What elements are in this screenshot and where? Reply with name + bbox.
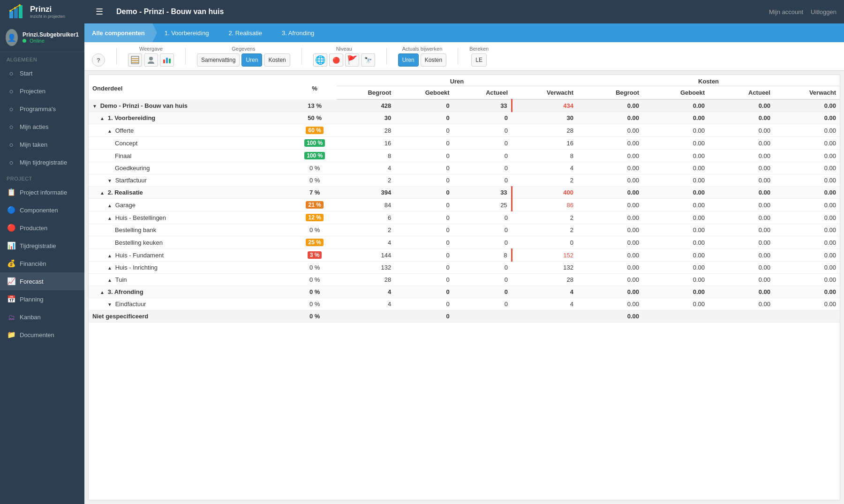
table-container: Onderdeel % Uren Kosten Begroot Geboekt … [88,75,840,500]
sidebar-item-financien[interactable]: 💰 Financiën [0,255,84,272]
toggle-icon[interactable]: ▲ [107,128,113,134]
toggle-icon[interactable]: ▲ [107,216,113,221]
gegevens-label: Gegevens [232,46,255,52]
sidebar-item-tijdregistratie[interactable]: 📊 Tijdregistratie [0,237,84,255]
svg-rect-13 [169,59,171,63]
user-status: Online [23,38,79,44]
toggle-icon[interactable]: ▼ [107,302,113,307]
cell-pct: 0 % [293,310,336,323]
weergave-icon-2[interactable] [144,53,158,67]
cell-uren-actueel: 0 [453,262,512,274]
toggle-icon[interactable]: ▲ [100,116,106,121]
cell-kosten-begroot: 0.00 [577,162,643,174]
cell-kosten-verwacht: 0.00 [774,262,840,274]
cell-kosten-begroot: 0.00 [577,124,643,137]
svg-rect-11 [163,60,165,63]
sidebar-item-kanban[interactable]: 🗂 Kanban [0,308,84,326]
cell-onderdeel: ▲ 3. Afronding [89,286,293,298]
sidebar-item-programmas[interactable]: ○ Programma's [0,100,84,118]
sidebar-item-project-informatie[interactable]: 📋 Project informatie [0,183,84,201]
toggle-icon[interactable]: ▲ [100,290,106,295]
divider-5 [458,48,458,65]
cell-onderdeel: ▼ Demo - Prinzi - Bouw van huis [89,99,293,112]
cell-pct: 12 % [293,211,336,224]
sidebar-item-tijdregistratie-algemeen[interactable]: ○ Mijn tijdregistratie [0,153,84,171]
toggle-icon[interactable]: ▲ [107,278,113,283]
tijdreg-icon: ○ [7,158,16,167]
niveau-icon-globe[interactable]: 🌐 [313,53,327,67]
weergave-icon-1[interactable] [128,53,142,67]
table-row: ▲ 1. Voorbereiding50 %3000300.000.000.00… [89,112,840,124]
table-row: ▲ Garage21 %84025860.000.000.000.00 [89,199,840,211]
cell-uren-verwacht: 2 [512,211,577,224]
niveau-icon-red[interactable]: 🔴 [329,53,343,67]
le-button[interactable]: LE [471,53,487,67]
cell-uren-actueel: 0 [453,112,512,124]
table-row: Bestelling bank0 %20020.000.000.000.00 [89,224,840,236]
sidebar-label-taken: Mijn taken [20,141,47,148]
table-row: Finaal100 %80080.000.000.000.00 [89,150,840,162]
cell-kosten-geboekt: 0.00 [643,274,708,286]
sidebar-item-projecten[interactable]: ○ Projecten [0,82,84,100]
my-account-link[interactable]: Mijn account [769,8,803,15]
cell-kosten-verwacht: 0.00 [774,162,840,174]
cell-uren-geboekt: 0 [395,224,453,236]
sidebar-item-mijn-taken[interactable]: ○ Mijn taken [0,135,84,153]
toggle-icon[interactable]: ▼ [92,104,98,109]
cell-kosten-verwacht: 0.00 [774,274,840,286]
cell-uren-geboekt: 0 [395,150,453,162]
cell-kosten-begroot: 0.00 [577,310,643,323]
weergave-icon-3[interactable] [160,53,174,67]
table-row: Goedkeuring0 %40040.000.000.000.00 [89,162,840,174]
cell-uren-verwacht: 28 [512,124,577,137]
samenvatting-button[interactable]: Samenvatting [197,53,240,67]
tab-afronding[interactable]: 3. Afronding [274,23,322,42]
toggle-icon[interactable]: ▲ [107,265,113,271]
row-name: Goedkeuring [115,165,150,172]
logout-link[interactable]: Uitloggen [811,8,836,15]
actuals-kosten-button[interactable]: Kosten [421,53,446,67]
cell-uren-actueel: 0 [453,298,512,310]
niveau-icon-search[interactable]: 🔭 [361,53,375,67]
toggle-icon[interactable]: ▲ [100,190,106,196]
cell-uren-verwacht: 8 [512,150,577,162]
cell-onderdeel: ▲ Garage [89,199,293,211]
cell-pct: 100 % [293,137,336,150]
uren-button[interactable]: Uren [241,53,262,67]
acties-icon: ○ [7,122,16,131]
sidebar-item-mijn-acties[interactable]: ○ Mijn acties [0,118,84,135]
cell-kosten-begroot: 0.00 [577,99,643,112]
sidebar-label-programmas: Programma's [20,105,56,113]
kosten-button[interactable]: Kosten [264,53,290,67]
sidebar-item-planning[interactable]: 📅 Planning [0,290,84,308]
niveau-icon-flag[interactable]: 🚩 [345,53,359,67]
sidebar-item-documenten[interactable]: 📁 Documenten [0,326,84,344]
cell-kosten-verwacht: 0.00 [774,124,840,137]
sidebar-algemeen-label: Algemeen [0,52,84,64]
user-area: 👤 Prinzi.Subgebruiker1 Online [0,23,84,52]
tab-voorbereiding[interactable]: 1. Voorbereiding [157,23,217,42]
tab-alle-componenten[interactable]: Alle componenten [84,23,152,42]
cell-pct: 3 % [293,249,336,262]
sidebar-item-producten[interactable]: 🔴 Producten [0,219,84,237]
hamburger-icon[interactable]: ☰ [96,7,103,17]
cell-kosten-begroot: 0.00 [577,211,643,224]
cell-pct: 13 % [293,99,336,112]
toggle-icon[interactable]: ▲ [107,253,113,258]
tab-realisatie[interactable]: 2. Realisatie [221,23,270,42]
cell-onderdeel: ▲ 2. Realisatie [89,187,293,199]
sidebar-item-start[interactable]: ○ Start [0,64,84,82]
table-row: ▲ Tuin0 %2800280.000.000.000.00 [89,274,840,286]
cell-uren-begroot: 28 [337,274,395,286]
sidebar-item-componenten[interactable]: 🔵 Componenten [0,201,84,219]
sidebar-item-forecast[interactable]: 📈 Forecast [0,272,84,290]
svg-rect-7 [131,58,139,59]
cell-pct: 0 % [293,274,336,286]
actuals-uren-button[interactable]: Uren [398,53,419,67]
help-button[interactable]: ? [92,53,105,67]
sidebar-label-planning: Planning [20,296,44,303]
cell-pct: 7 % [293,187,336,199]
toggle-icon[interactable]: ▼ [107,178,113,183]
cell-pct: 0 % [293,286,336,298]
toggle-icon[interactable]: ▲ [107,203,113,208]
